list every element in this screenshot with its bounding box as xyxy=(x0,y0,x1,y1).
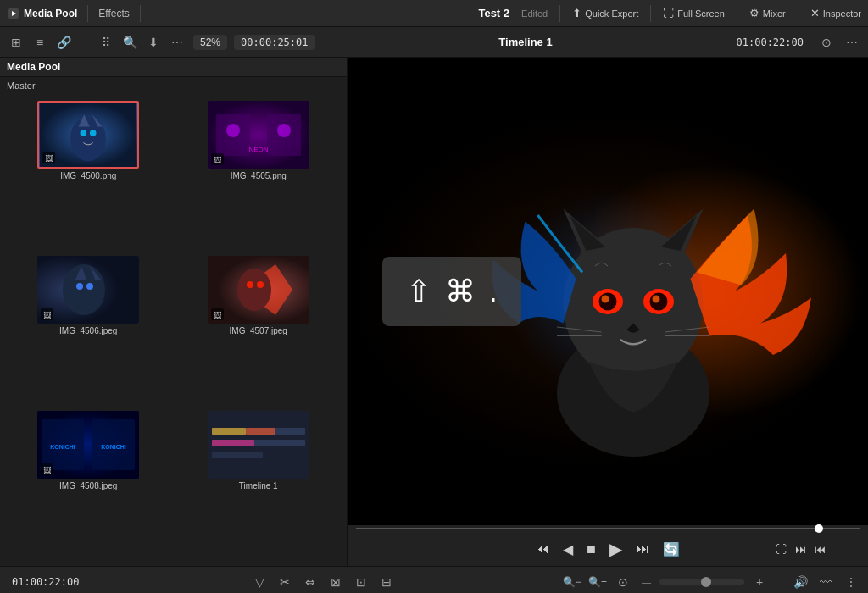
media-pool-tab[interactable]: Media Pool xyxy=(24,8,77,19)
media-thumb-timeline xyxy=(208,411,309,479)
inspector-button[interactable]: ✕ Inspector xyxy=(810,7,861,19)
full-screen-button[interactable]: ⛶ Full Screen xyxy=(663,7,725,19)
left-panel: Media Pool Master xyxy=(0,58,348,566)
timeline-toolbar: 01:00:22:00 ▽ ✂ ⇔ ⊠ ⊡ ⊟ 🔍− 🔍+ ⊙ — + 🔊 〰 … xyxy=(0,567,868,593)
main-area: Media Pool Master xyxy=(0,58,868,566)
shortcut-overlay: ⇧ ⌘ . xyxy=(382,257,521,326)
more2-icon[interactable]: ⋯ xyxy=(843,33,861,52)
timeline-tool3[interactable]: ⊟ xyxy=(376,572,397,592)
media-item-timeline[interactable]: Timeline 1 xyxy=(177,411,341,559)
svg-rect-31 xyxy=(212,440,254,446)
shortcut-period: . xyxy=(489,274,498,309)
settings-icon[interactable]: ⊙ xyxy=(817,33,836,52)
svg-point-14 xyxy=(76,283,83,290)
link-icon[interactable]: 🔗 xyxy=(54,33,73,52)
timeline-section: 01:00:22:00 ▽ ✂ ⇔ ⊠ ⊡ ⊟ 🔍− 🔍+ ⊙ — + 🔊 〰 … xyxy=(0,566,868,593)
svg-rect-29 xyxy=(212,428,246,435)
last-frame-button[interactable]: ⏮ xyxy=(815,543,826,556)
svg-point-9 xyxy=(226,124,240,137)
audio-icon[interactable]: 🔊 xyxy=(790,572,810,592)
app-logo: Media Pool xyxy=(7,7,77,20)
cut-tool[interactable]: ✂ xyxy=(275,572,295,592)
preview-controls: ⏮ ◀ ■ ▶ ⏭ 🔄 ⛶ ⏭ ⏮ xyxy=(348,532,868,566)
preview-scrubber[interactable] xyxy=(348,525,868,532)
zoom-fit-icon[interactable]: ⊙ xyxy=(613,572,633,592)
list-icon[interactable]: ≡ xyxy=(31,33,49,52)
preview-area: ⇧ ⌘ . xyxy=(348,58,868,525)
quick-export-button[interactable]: ⬆ Quick Export xyxy=(572,7,638,19)
shortcut-cmd: ⌘ xyxy=(445,274,476,309)
search-icon[interactable]: 🔍 xyxy=(120,33,139,52)
zoom-selector[interactable]: 52% xyxy=(193,35,227,50)
media-item-4508[interactable]: KONICHI KONICHI 🖼 IMG_4508.jpeg xyxy=(7,411,170,559)
grid-icon[interactable]: ⊞ xyxy=(7,33,25,52)
svg-point-41 xyxy=(602,296,609,303)
svg-point-15 xyxy=(86,283,93,290)
svg-point-13 xyxy=(63,264,105,315)
media-item-4506[interactable]: 🖼 IMG_4506.jpeg xyxy=(7,256,170,404)
timecode-display: 00:00:25:01 xyxy=(234,35,314,50)
media-thumb-4505: NEON 🖼 xyxy=(208,101,309,169)
shortcut-shift: ⇧ xyxy=(406,274,431,309)
media-name-4505: IMG_4505.png xyxy=(231,171,287,180)
effects-tab[interactable]: Effects xyxy=(98,8,129,19)
media-name-4506: IMG_4506.jpeg xyxy=(59,326,117,335)
media-item-4500[interactable]: 🖼 IMG_4500.png xyxy=(7,101,170,249)
timeline-options-icon[interactable]: ⋮ xyxy=(841,572,861,592)
mixer-button[interactable]: ⚙ Mixer xyxy=(749,7,786,19)
toolbar-icons: ⊞ ≡ 🔗 ⠿ 🔍 ⬇ ⋯ xyxy=(7,33,186,52)
svg-point-4 xyxy=(81,130,87,136)
top-bar: Media Pool Effects Test 2 Edited ⬆ Quick… xyxy=(0,0,868,27)
svg-point-18 xyxy=(247,281,253,288)
media-thumb-4500: 🖼 xyxy=(37,101,139,169)
svg-point-19 xyxy=(257,281,264,288)
fit-button[interactable]: ⛶ xyxy=(776,543,787,556)
scrubber-track xyxy=(356,528,860,529)
skip-back-button[interactable]: ⏮ xyxy=(536,541,549,557)
svg-text:KONICHI: KONICHI xyxy=(50,444,75,450)
sort-icon[interactable]: ⬇ xyxy=(144,33,163,52)
zoom-controls: 🔍− 🔍+ ⊙ — + xyxy=(562,572,770,592)
scrubber-head[interactable] xyxy=(815,524,823,533)
toolbar2: ⊞ ≡ 🔗 ⠿ 🔍 ⬇ ⋯ 52% 00:00:25:01 Timeline 1… xyxy=(0,27,868,58)
skip-forward-button[interactable]: ⏭ xyxy=(636,541,649,557)
zoom-in-icon[interactable]: 🔍+ xyxy=(587,572,608,592)
time-display-right: 01:00:22:00 xyxy=(737,36,804,48)
media-pool-header: Media Pool xyxy=(0,58,347,77)
media-item-4505[interactable]: NEON 🖼 IMG_4505.png xyxy=(177,101,341,249)
media-thumb-4508: KONICHI KONICHI 🖼 xyxy=(37,411,139,479)
media-thumb-4506: 🖼 xyxy=(37,256,139,324)
zoom-out-icon[interactable]: 🔍− xyxy=(562,572,582,592)
play-button[interactable]: ▶ xyxy=(609,539,622,559)
stop-button[interactable]: ■ xyxy=(587,540,596,558)
master-label: Master xyxy=(0,77,347,94)
timeline-title: Timeline 1 xyxy=(322,36,730,48)
svg-point-42 xyxy=(653,296,660,303)
loop-button[interactable]: 🔄 xyxy=(663,541,680,557)
grid2-icon[interactable]: ⠿ xyxy=(97,33,115,52)
media-name-timeline: Timeline 1 xyxy=(239,481,278,490)
svg-point-5 xyxy=(90,130,97,136)
media-name-4500: IMG_4500.png xyxy=(60,171,116,180)
media-name-4508: IMG_4508.jpeg xyxy=(59,481,117,490)
next-clip-button[interactable]: ⏭ xyxy=(795,543,806,556)
more-icon[interactable]: ⋯ xyxy=(168,33,186,52)
svg-point-10 xyxy=(277,124,291,137)
trim-tool[interactable]: ⇔ xyxy=(300,572,320,592)
media-name-4507: IMG_4507.jpeg xyxy=(230,326,287,335)
media-item-4507[interactable]: 🖼 IMG_4507.jpeg xyxy=(177,256,341,404)
svg-rect-28 xyxy=(212,452,263,458)
project-name: Test 2 xyxy=(478,7,509,19)
select-tool[interactable]: ▽ xyxy=(249,572,270,592)
media-grid: 🖼 IMG_4500.png xyxy=(0,94,347,566)
plus-icon[interactable]: + xyxy=(749,572,770,592)
media-pool-label: Media Pool xyxy=(7,61,60,73)
svg-rect-30 xyxy=(246,428,275,435)
svg-text:KONICHI: KONICHI xyxy=(101,444,126,450)
svg-text:NEON: NEON xyxy=(248,146,268,153)
audio-wave-icon[interactable]: 〰 xyxy=(815,572,836,592)
edit-tool[interactable]: ⊠ xyxy=(326,572,346,592)
prev-frame-button[interactable]: ◀ xyxy=(563,541,573,557)
timeline-tool2[interactable]: ⊡ xyxy=(351,572,371,592)
timeline-timecode: 01:00:22:00 xyxy=(7,574,84,590)
